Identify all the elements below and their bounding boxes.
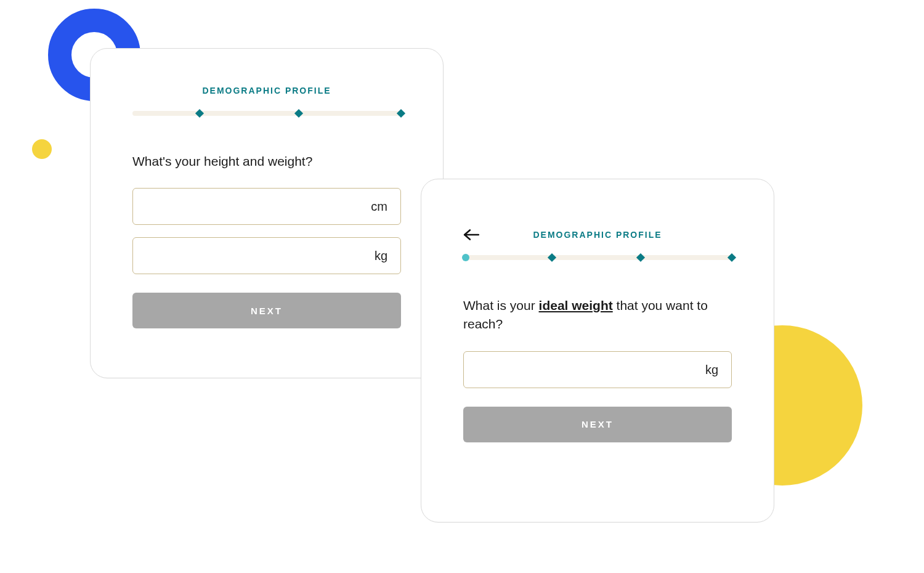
- next-button[interactable]: NEXT: [132, 293, 401, 328]
- weight-input[interactable]: [132, 237, 401, 274]
- step-title: DEMOGRAPHIC PROFILE: [463, 230, 732, 240]
- card-height-weight: DEMOGRAPHIC PROFILE What's your height a…: [90, 48, 444, 378]
- back-button[interactable]: [463, 229, 479, 241]
- progress-current-icon: [462, 254, 469, 261]
- question-text: What's your height and weight?: [132, 152, 401, 171]
- next-button[interactable]: NEXT: [463, 407, 732, 442]
- ideal-weight-field: kg: [463, 351, 732, 388]
- decor-yellow-dot: [32, 139, 52, 159]
- progress-bar: [132, 109, 401, 118]
- height-input[interactable]: [132, 188, 401, 225]
- weight-field: kg: [132, 237, 401, 274]
- question-prefix: What is your: [463, 298, 539, 312]
- arrow-left-icon: [463, 229, 479, 241]
- ideal-weight-input[interactable]: [463, 351, 732, 388]
- progress-track: [463, 255, 732, 260]
- progress-track: [132, 111, 401, 116]
- progress-bar: [463, 253, 732, 262]
- step-title: DEMOGRAPHIC PROFILE: [132, 86, 401, 96]
- question-text: What is your ideal weight that you want …: [463, 296, 732, 334]
- card-ideal-weight: DEMOGRAPHIC PROFILE What is your ideal w…: [421, 179, 774, 522]
- height-field: cm: [132, 188, 401, 225]
- question-emphasis: ideal weight: [539, 298, 613, 312]
